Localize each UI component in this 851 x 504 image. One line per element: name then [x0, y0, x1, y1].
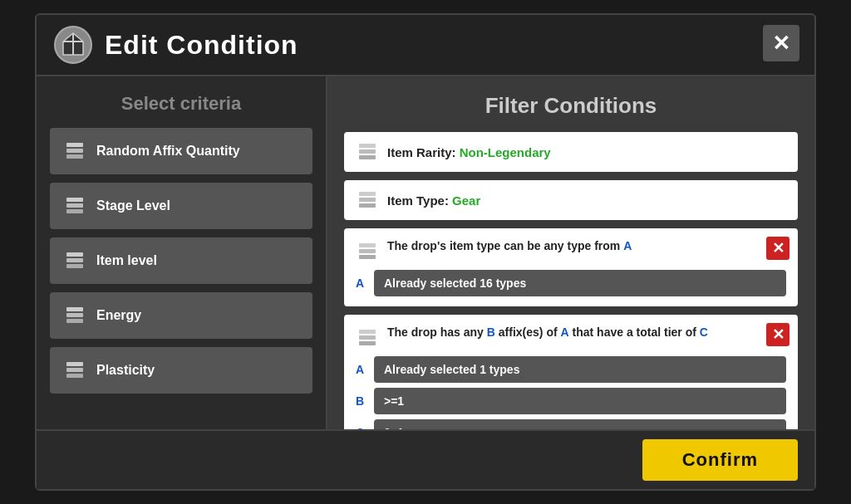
svg-rect-23 — [359, 198, 376, 202]
stack-icon-stage-level — [63, 194, 86, 218]
svg-rect-30 — [359, 330, 376, 334]
condition-type-value: Gear — [452, 193, 480, 208]
svg-rect-18 — [66, 362, 83, 366]
svg-rect-27 — [359, 243, 376, 247]
stack-icon-drop-type — [356, 240, 379, 263]
svg-rect-21 — [359, 144, 376, 148]
svg-rect-15 — [66, 307, 83, 311]
modal-body: Select criteria Random Affix Quantity St… — [37, 76, 814, 429]
modal-title: Edit Condition — [105, 30, 298, 61]
param-row-a-type: A Already selected 16 types — [356, 270, 786, 296]
svg-rect-4 — [66, 154, 83, 159]
criteria-label-energy: Energy — [96, 308, 141, 323]
delete-drop-affix-button[interactable]: ✕ — [766, 323, 790, 346]
stack-icon-drop-affix — [356, 326, 379, 350]
condition-item-rarity: Item Rarity: Non-Legendary — [344, 132, 798, 172]
svg-rect-8 — [66, 203, 83, 208]
svg-rect-13 — [66, 319, 83, 323]
condition-type-text: Item Type: Gear — [387, 193, 480, 208]
param-label-c-affix: C — [356, 426, 374, 429]
condition-rarity-value: Non-Legendary — [460, 145, 551, 159]
block-desc-drop-affix: The drop has any B affix(es) of A that h… — [387, 325, 708, 341]
stack-icon-type — [356, 188, 379, 212]
svg-rect-19 — [359, 155, 376, 159]
svg-rect-5 — [66, 149, 83, 153]
criteria-label-stage-level: Stage Level — [96, 198, 170, 213]
block-header-drop-type: The drop's item type can be any type fro… — [356, 238, 786, 263]
edit-condition-modal: Edit Condition ✕ Select criteria Random … — [35, 13, 816, 491]
criteria-item-level[interactable]: Item level — [50, 237, 312, 284]
param-value-a-type[interactable]: Already selected 16 types — [374, 270, 786, 296]
condition-type-prefix: Item Type: — [387, 193, 452, 208]
svg-rect-9 — [66, 198, 83, 202]
stack-icon-rarity — [356, 140, 379, 164]
svg-rect-25 — [359, 255, 376, 259]
svg-rect-26 — [359, 249, 376, 253]
stack-icon-item-level — [63, 249, 86, 272]
param-value-c-affix[interactable]: 0~1 — [374, 419, 786, 429]
app-logo-icon — [53, 25, 93, 65]
param-row-b-affix: B >=1 — [356, 388, 786, 414]
confirm-button[interactable]: Confirm — [642, 439, 798, 481]
criteria-label-plasticity: Plasticity — [96, 363, 155, 378]
delete-drop-type-button[interactable]: ✕ — [766, 237, 790, 260]
svg-rect-20 — [359, 149, 376, 154]
svg-rect-28 — [359, 341, 376, 345]
param-row-a-affix: A Already selected 1 types — [356, 356, 786, 383]
criteria-plasticity[interactable]: Plasticity — [50, 347, 312, 394]
block-header-drop-affix: The drop has any B affix(es) of A that h… — [356, 325, 786, 350]
modal-header: Edit Condition ✕ — [37, 15, 814, 76]
param-label-a-affix: A — [356, 363, 374, 376]
param-label-a: A — [356, 276, 374, 290]
svg-rect-12 — [66, 252, 83, 257]
svg-rect-17 — [66, 368, 83, 372]
criteria-stage-level[interactable]: Stage Level — [50, 183, 312, 229]
right-panel: Filter Conditions Item Rarity: Non-Legen… — [327, 76, 814, 429]
criteria-energy[interactable]: Energy — [50, 292, 312, 339]
condition-drop-affix: The drop has any B affix(es) of A that h… — [344, 315, 798, 429]
param-value-b-affix[interactable]: >=1 — [374, 388, 786, 414]
condition-rarity-text: Item Rarity: Non-Legendary — [387, 145, 551, 159]
param-label-b-affix: B — [356, 394, 374, 408]
close-button[interactable]: ✕ — [763, 25, 799, 61]
criteria-panel-title: Select criteria — [50, 93, 312, 115]
stack-icon-random-affix — [63, 139, 86, 163]
condition-drop-item-type: The drop's item type can be any type fro… — [344, 228, 798, 306]
svg-rect-24 — [359, 192, 376, 196]
svg-rect-14 — [66, 313, 83, 317]
block-desc-drop-type: The drop's item type can be any type fro… — [387, 238, 632, 255]
stack-icon-energy — [63, 304, 86, 327]
criteria-label-random-affix: Random Affix Quantity — [96, 144, 240, 159]
param-value-a-affix[interactable]: Already selected 1 types — [374, 356, 786, 383]
confirm-area: Confirm — [37, 429, 814, 489]
svg-rect-22 — [359, 203, 376, 208]
criteria-random-affix-quantity[interactable]: Random Affix Quantity — [50, 128, 312, 174]
stack-icon-plasticity — [63, 359, 86, 382]
svg-rect-7 — [66, 209, 83, 213]
criteria-label-item-level: Item level — [96, 253, 157, 268]
svg-rect-16 — [66, 374, 83, 378]
svg-rect-6 — [66, 143, 83, 147]
condition-rarity-prefix: Item Rarity: — [387, 145, 460, 159]
filter-title: Filter Conditions — [344, 93, 798, 119]
condition-item-type: Item Type: Gear — [344, 180, 798, 220]
param-row-c-affix: C 0~1 — [356, 419, 786, 429]
svg-rect-11 — [66, 258, 83, 262]
svg-rect-10 — [66, 264, 83, 268]
svg-rect-29 — [359, 335, 376, 340]
left-panel: Select criteria Random Affix Quantity St… — [37, 76, 327, 429]
